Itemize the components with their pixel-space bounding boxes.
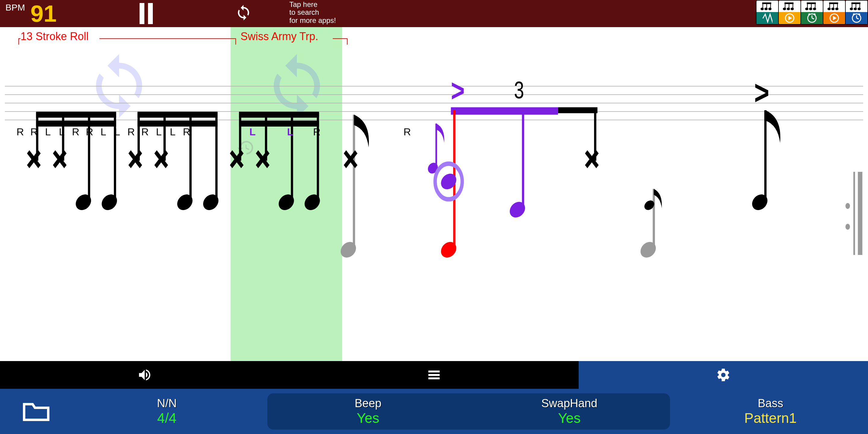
app-thumb[interactable]: [801, 0, 824, 25]
svg-rect-21: [807, 3, 815, 4]
search-text: Tap here to search for more apps!: [289, 1, 336, 24]
folder-button[interactable]: [6, 401, 66, 422]
svg-rect-12: [785, 3, 793, 4]
svg-point-22: [806, 8, 808, 10]
setting-bass[interactable]: Bass Pattern1: [679, 397, 862, 426]
svg-marker-38: [833, 16, 837, 20]
svg-marker-17: [788, 16, 792, 20]
svg-text:>: >: [451, 73, 465, 108]
sticking-row-2: LLR: [235, 126, 324, 138]
svg-text:>: >: [754, 73, 769, 112]
setting-label: Beep: [355, 397, 381, 410]
setting-label: N/N: [157, 397, 177, 410]
svg-rect-56: [36, 121, 116, 127]
bpm-area[interactable]: BPM 91: [0, 2, 57, 25]
settings-strip: N/N 4/4 Beep Yes SwapHand Yes Bass Patte…: [0, 389, 868, 434]
svg-rect-70: [558, 107, 597, 113]
app-thumb[interactable]: [778, 0, 801, 25]
setting-label: SwapHand: [541, 397, 597, 410]
svg-point-7: [765, 8, 767, 10]
tab-list[interactable]: [289, 361, 579, 389]
svg-point-15: [791, 8, 794, 10]
svg-line-27: [812, 18, 814, 19]
setting-time-signature[interactable]: N/N 4/4: [75, 397, 258, 426]
svg-rect-90: [853, 172, 855, 255]
top-bar: BPM 91 Tap here to search for more apps!: [0, 0, 868, 27]
app-thumb[interactable]: [756, 0, 779, 25]
svg-point-23: [809, 8, 812, 10]
loop-button[interactable]: [235, 4, 252, 21]
svg-rect-69: [451, 107, 558, 115]
setting-value: Yes: [558, 410, 581, 426]
svg-rect-5: [763, 3, 771, 4]
bpm-value: 91: [30, 2, 57, 25]
svg-rect-42: [852, 3, 860, 4]
svg-point-6: [761, 8, 764, 10]
setting-value: Yes: [357, 410, 379, 426]
search-more-apps[interactable]: Tap here to search for more apps!: [289, 1, 339, 24]
sticking-row-3: R: [400, 126, 414, 138]
tab-settings[interactable]: [579, 361, 868, 389]
svg-point-35: [832, 8, 834, 10]
folder-icon: [22, 401, 51, 422]
svg-point-8: [769, 8, 771, 10]
svg-rect-55: [36, 112, 116, 118]
svg-line-48: [857, 18, 859, 19]
svg-point-45: [858, 8, 861, 10]
speaker-icon: [137, 367, 152, 382]
svg-point-88: [845, 203, 850, 209]
svg-rect-91: [858, 172, 862, 255]
score-area[interactable]: 13 Stroke Roll Swiss Army Trp.: [0, 27, 868, 361]
setting-value: Pattern1: [744, 410, 797, 426]
pause-button[interactable]: [137, 3, 155, 24]
svg-point-44: [854, 8, 857, 10]
bpm-label: BPM: [5, 2, 25, 13]
setting-group: Beep Yes SwapHand Yes: [267, 393, 670, 430]
tab-row: [0, 361, 868, 389]
svg-point-13: [783, 8, 786, 10]
setting-value: 4/4: [157, 410, 177, 426]
app-thumbnails: [756, 0, 868, 25]
tab-sound[interactable]: [0, 361, 289, 389]
list-icon: [427, 367, 441, 382]
notation: > 3 >: [0, 27, 868, 361]
gear-icon: [716, 367, 731, 382]
svg-point-14: [787, 8, 789, 10]
app-thumb[interactable]: [845, 0, 868, 25]
svg-point-34: [828, 8, 831, 10]
svg-point-89: [845, 224, 850, 230]
svg-rect-0: [140, 3, 144, 24]
svg-rect-33: [830, 3, 838, 4]
sticking-row-1: RRLLRRLLRRLLR: [13, 126, 193, 138]
svg-text:3: 3: [514, 77, 524, 103]
setting-beep[interactable]: Beep Yes: [267, 397, 469, 426]
svg-point-24: [813, 8, 816, 10]
svg-point-43: [850, 8, 853, 10]
setting-swaphand[interactable]: SwapHand Yes: [469, 397, 670, 426]
app-thumb[interactable]: [823, 0, 846, 25]
setting-label: Bass: [758, 397, 783, 410]
svg-point-36: [835, 8, 838, 10]
svg-rect-1: [148, 3, 153, 24]
